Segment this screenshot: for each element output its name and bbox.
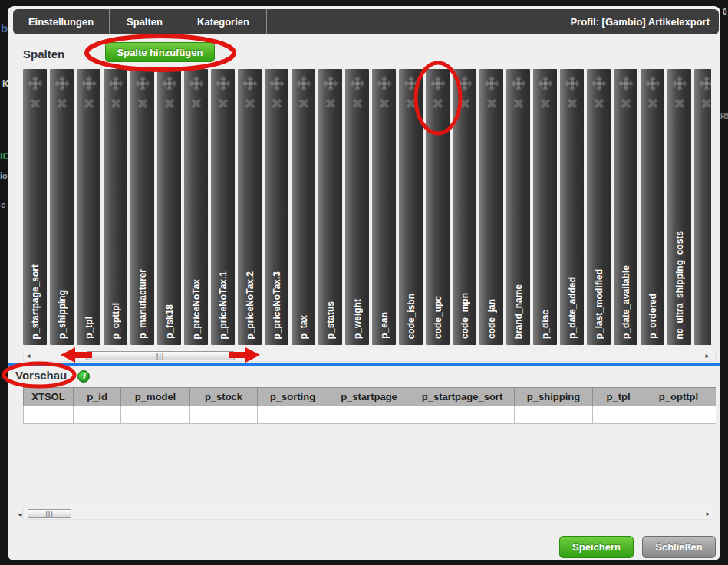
move-icon[interactable]: [81, 76, 97, 91]
column-card[interactable]: p_last_modified: [587, 69, 611, 345]
remove-icon[interactable]: [189, 97, 203, 110]
column-card[interactable]: [694, 69, 711, 345]
column-card[interactable]: p_priceNoTax: [184, 69, 208, 345]
move-icon[interactable]: [538, 76, 553, 91]
column-card[interactable]: code_mpn: [453, 69, 476, 345]
scroll-right-button[interactable]: ►: [703, 350, 712, 361]
move-icon[interactable]: [189, 76, 204, 91]
remove-icon[interactable]: [216, 97, 230, 110]
move-icon[interactable]: [377, 76, 392, 91]
column-card[interactable]: p_disc: [533, 69, 557, 345]
remove-icon[interactable]: [243, 97, 257, 110]
section-divider: [8, 363, 720, 366]
remove-icon[interactable]: [297, 97, 311, 110]
move-icon[interactable]: [672, 76, 687, 91]
column-card[interactable]: brand_name: [506, 69, 530, 345]
columns-scrollbar[interactable]: ◄ ||| ►: [23, 350, 716, 362]
move-icon[interactable]: [618, 76, 634, 91]
move-icon[interactable]: [404, 76, 419, 91]
remove-icon[interactable]: [404, 97, 418, 110]
column-card[interactable]: p_date_added: [560, 69, 584, 345]
column-card[interactable]: p_manufacturer: [130, 69, 154, 345]
remove-icon[interactable]: [700, 97, 712, 110]
move-icon[interactable]: [645, 76, 660, 91]
remove-icon[interactable]: [270, 97, 284, 110]
remove-icon[interactable]: [565, 97, 579, 110]
remove-icon[interactable]: [431, 97, 445, 110]
move-icon[interactable]: [28, 76, 43, 91]
remove-icon[interactable]: [55, 97, 69, 110]
remove-icon[interactable]: [646, 97, 660, 110]
preview-scrollbar-thumb[interactable]: |||: [28, 509, 71, 518]
move-icon[interactable]: [54, 76, 70, 91]
preview-scroll-right-button[interactable]: ►: [703, 508, 713, 519]
remove-icon[interactable]: [163, 97, 176, 110]
move-icon[interactable]: [565, 76, 580, 91]
remove-icon[interactable]: [485, 97, 499, 110]
column-card-label: p_last_modified: [594, 269, 604, 339]
move-icon[interactable]: [296, 76, 311, 91]
move-icon[interactable]: [591, 76, 607, 91]
column-card[interactable]: p_priceNoTax.1: [211, 69, 235, 345]
tab-einstellungen[interactable]: Einstellungen: [13, 9, 110, 34]
remove-icon[interactable]: [351, 97, 364, 110]
remove-icon[interactable]: [458, 97, 472, 110]
preview-scrollbar[interactable]: ||| ►: [23, 508, 713, 520]
move-icon[interactable]: [457, 76, 473, 91]
remove-icon[interactable]: [28, 97, 42, 110]
column-card[interactable]: p_shipping: [50, 69, 74, 345]
move-icon[interactable]: [350, 76, 365, 91]
remove-icon[interactable]: [109, 97, 123, 110]
preview-scroll-left-button[interactable]: ◄: [17, 511, 23, 518]
column-card-label: nc_ultra_shipping_costs: [674, 231, 685, 339]
column-card[interactable]: p_fsk18: [157, 69, 181, 345]
remove-icon[interactable]: [512, 97, 525, 110]
move-icon[interactable]: [216, 76, 231, 91]
remove-icon[interactable]: [324, 97, 338, 110]
column-card[interactable]: p_priceNoTax.2: [238, 69, 262, 345]
column-card[interactable]: nc_ultra_shipping_costs: [667, 69, 691, 345]
preview-table-cell: [190, 406, 258, 424]
move-icon[interactable]: [511, 76, 526, 91]
column-card[interactable]: p_opttpl: [104, 69, 127, 345]
column-card[interactable]: p_tpl: [77, 69, 100, 345]
move-icon[interactable]: [699, 76, 712, 91]
columns-scrollbar-thumb[interactable]: |||: [86, 351, 235, 360]
column-card[interactable]: code_isbn: [399, 69, 423, 345]
remove-icon[interactable]: [539, 97, 552, 110]
move-icon[interactable]: [430, 76, 446, 91]
add-column-button[interactable]: Spalte hinzufügen: [105, 42, 215, 62]
column-card[interactable]: code_upc: [426, 69, 450, 345]
move-icon[interactable]: [242, 76, 258, 91]
remove-icon[interactable]: [136, 97, 150, 110]
column-card-label: p_shipping: [57, 290, 68, 339]
column-card[interactable]: p_ordered: [641, 69, 664, 345]
move-icon[interactable]: [484, 76, 499, 91]
remove-icon[interactable]: [673, 97, 687, 110]
profile-label: Profil: [Gambio] Artikelexport: [570, 9, 719, 34]
tab-kategorien[interactable]: Kategorien: [180, 9, 267, 34]
remove-icon[interactable]: [592, 97, 606, 110]
column-card[interactable]: p_date_available: [614, 69, 637, 345]
column-card[interactable]: p_tax: [292, 69, 315, 345]
column-card[interactable]: p_priceNoTax.3: [265, 69, 288, 345]
save-button[interactable]: Speichern: [559, 536, 634, 558]
remove-icon[interactable]: [377, 97, 391, 110]
move-icon[interactable]: [135, 76, 150, 91]
column-card[interactable]: p_status: [318, 69, 342, 345]
move-icon[interactable]: [162, 76, 177, 91]
move-icon[interactable]: [108, 76, 124, 91]
column-card[interactable]: p_startpage_sort: [23, 69, 47, 345]
preview-table-cell: [121, 406, 190, 424]
move-icon[interactable]: [323, 76, 338, 91]
move-icon[interactable]: [269, 76, 285, 91]
tab-spalten[interactable]: Spalten: [110, 9, 180, 34]
column-card[interactable]: p_weight: [345, 69, 369, 345]
column-card[interactable]: code_jan: [479, 69, 503, 345]
info-icon[interactable]: i: [77, 370, 90, 383]
remove-icon[interactable]: [82, 97, 96, 110]
remove-icon[interactable]: [619, 97, 633, 110]
column-card[interactable]: p_ean: [372, 69, 396, 345]
close-button[interactable]: Schließen: [642, 536, 716, 558]
scroll-left-button[interactable]: ◄: [24, 350, 33, 361]
